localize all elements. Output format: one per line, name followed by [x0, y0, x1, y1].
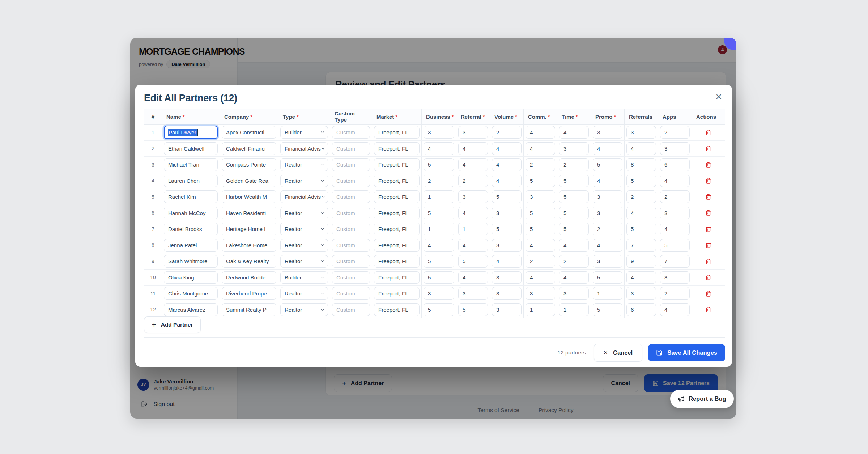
volume-input[interactable]: 3	[492, 239, 522, 252]
comm-input[interactable]: 3	[526, 190, 555, 203]
market-input[interactable]: Freeport, FL	[374, 255, 420, 268]
comm-input[interactable]: 4	[526, 126, 555, 139]
custom-type-input[interactable]: Custom	[332, 126, 370, 139]
name-input[interactable]: Olivia King	[164, 271, 218, 284]
promo-input[interactable]: 5	[593, 158, 622, 171]
business-input[interactable]: 1	[424, 223, 454, 235]
type-select[interactable]: Realtor	[280, 158, 328, 171]
time-input[interactable]: 4	[559, 126, 589, 139]
promo-input[interactable]: 2	[593, 223, 622, 235]
apps-input[interactable]: 4	[660, 223, 690, 235]
market-input[interactable]: Freeport, FL	[374, 271, 420, 284]
apps-input[interactable]: 4	[660, 303, 690, 316]
market-input[interactable]: Freeport, FL	[374, 158, 420, 171]
volume-input[interactable]: 5	[492, 223, 522, 235]
report-a-bug-button[interactable]: Report a Bug	[670, 390, 734, 408]
company-input[interactable]: Oak & Key Realty	[222, 255, 276, 268]
referrals-input[interactable]: 3	[626, 287, 656, 300]
delete-row-button[interactable]	[705, 290, 711, 297]
add-partner-button[interactable]: + Add Partner	[144, 316, 201, 333]
type-select[interactable]: Builder	[280, 126, 328, 139]
time-input[interactable]: 3	[559, 287, 589, 300]
company-input[interactable]: Redwood Builde	[222, 271, 276, 284]
custom-type-input[interactable]: Custom	[332, 239, 370, 252]
time-input[interactable]: 4	[559, 239, 589, 252]
type-select[interactable]: Financial Advis	[280, 190, 328, 203]
business-input[interactable]: 4	[424, 142, 454, 155]
volume-input[interactable]: 2	[492, 126, 522, 139]
company-input[interactable]: Haven Residenti	[222, 207, 276, 219]
delete-row-button[interactable]	[705, 161, 711, 168]
market-input[interactable]: Freeport, FL	[374, 287, 420, 300]
volume-input[interactable]: 4	[492, 255, 522, 268]
apps-input[interactable]: 4	[660, 175, 690, 187]
referral-input[interactable]: 4	[458, 239, 488, 252]
referral-input[interactable]: 2	[458, 175, 488, 187]
apps-input[interactable]: 6	[660, 158, 690, 171]
comm-input[interactable]: 2	[526, 158, 555, 171]
delete-row-button[interactable]	[705, 306, 711, 313]
delete-row-button[interactable]	[705, 177, 711, 184]
comm-input[interactable]: 1	[526, 303, 555, 316]
business-input[interactable]: 2	[424, 175, 454, 187]
referrals-input[interactable]: 5	[626, 223, 656, 235]
volume-input[interactable]: 3	[492, 303, 522, 316]
volume-input[interactable]: 3	[492, 207, 522, 219]
volume-input[interactable]: 3	[492, 271, 522, 284]
cancel-button[interactable]: × Cancel	[594, 344, 642, 362]
name-input[interactable]: Marcus Alvarez	[164, 303, 218, 316]
type-select[interactable]: Realtor	[280, 239, 328, 252]
custom-type-input[interactable]: Custom	[332, 175, 370, 187]
business-input[interactable]: 5	[424, 158, 454, 171]
time-input[interactable]: 3	[559, 142, 589, 155]
delete-row-button[interactable]	[705, 129, 711, 136]
promo-input[interactable]: 1	[593, 287, 622, 300]
name-input[interactable]: Lauren Chen	[164, 175, 218, 187]
referrals-input[interactable]: 3	[626, 126, 656, 139]
business-input[interactable]: 5	[424, 271, 454, 284]
business-input[interactable]: 5	[424, 207, 454, 219]
comm-input[interactable]: 4	[526, 239, 555, 252]
market-input[interactable]: Freeport, FL	[374, 239, 420, 252]
referral-input[interactable]: 4	[458, 158, 488, 171]
promo-input[interactable]: 5	[593, 303, 622, 316]
referral-input[interactable]: 3	[458, 190, 488, 203]
type-select[interactable]: Builder	[280, 271, 328, 284]
comm-input[interactable]: 4	[526, 142, 555, 155]
name-input[interactable]: Hannah McCoy	[164, 207, 218, 219]
time-input[interactable]: 1	[559, 303, 589, 316]
referrals-input[interactable]: 2	[626, 190, 656, 203]
time-input[interactable]: 5	[559, 207, 589, 219]
name-input[interactable]: Jenna Patel	[164, 239, 218, 252]
referrals-input[interactable]: 9	[626, 255, 656, 268]
delete-row-button[interactable]	[705, 226, 711, 232]
promo-input[interactable]: 3	[593, 126, 622, 139]
name-input[interactable]: Daniel Brooks	[164, 223, 218, 235]
referrals-input[interactable]: 4	[626, 142, 656, 155]
apps-input[interactable]: 3	[660, 142, 690, 155]
name-input[interactable]: Michael Tran	[164, 158, 218, 171]
promo-input[interactable]: 4	[593, 142, 622, 155]
market-input[interactable]: Freeport, FL	[374, 190, 420, 203]
company-input[interactable]: Apex Constructi	[222, 126, 276, 139]
type-select[interactable]: Realtor	[280, 207, 328, 219]
comm-input[interactable]: 4	[526, 271, 555, 284]
apps-input[interactable]: 2	[660, 287, 690, 300]
referrals-input[interactable]: 7	[626, 239, 656, 252]
business-input[interactable]: 4	[424, 239, 454, 252]
market-input[interactable]: Freeport, FL	[374, 126, 420, 139]
time-input[interactable]: 2	[559, 255, 589, 268]
type-select[interactable]: Realtor	[280, 175, 328, 187]
name-input[interactable]: Rachel Kim	[164, 190, 218, 203]
referral-input[interactable]: 4	[458, 142, 488, 155]
volume-input[interactable]: 4	[492, 142, 522, 155]
time-input[interactable]: 2	[559, 158, 589, 171]
referral-input[interactable]: 1	[458, 223, 488, 235]
name-input[interactable]: Paul Dwyer	[164, 126, 218, 139]
close-icon[interactable]: ×	[713, 89, 724, 104]
promo-input[interactable]: 3	[593, 255, 622, 268]
market-input[interactable]: Freeport, FL	[374, 223, 420, 235]
volume-input[interactable]: 4	[492, 158, 522, 171]
referral-input[interactable]: 4	[458, 207, 488, 219]
type-select[interactable]: Realtor	[280, 287, 328, 300]
